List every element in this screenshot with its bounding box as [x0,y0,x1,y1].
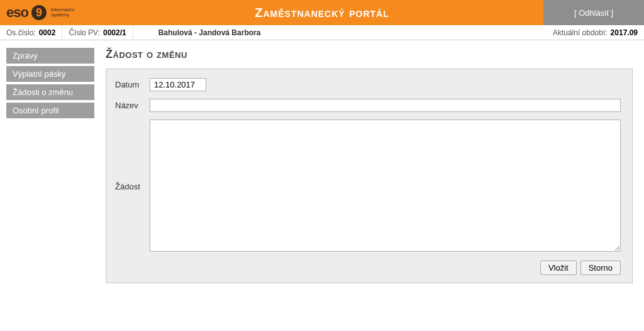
name-label: Název [115,99,150,110]
info-pv-label: Číslo PV: [69,28,100,37]
sidebar: Zprávy Výplatní pásky Žádosti o změnu Os… [0,40,101,331]
info-bar: Os.číslo: 0002 Číslo PV: 0002/1 Bahulová… [0,25,644,40]
sidebar-item-profile[interactable]: Osobní profil [6,103,94,118]
form-buttons: Vložit Storno [115,261,621,275]
info-pv: Číslo PV: 0002/1 [62,25,133,40]
top-bar: eso 9 informační systémy Zaměstnanecký p… [0,0,644,25]
info-osnum-label: Os.číslo: [6,28,36,37]
page-title: Žádost o změnu [106,48,633,61]
request-label: Žádost [115,120,150,252]
logo-text: eso [6,4,28,21]
info-osnum: Os.číslo: 0002 [0,25,62,40]
logo-nine-icon: 9 [31,5,47,20]
submit-button[interactable]: Vložit [540,261,577,275]
sidebar-item-requests[interactable]: Žádosti o změnu [6,84,94,100]
cancel-button[interactable]: Storno [580,261,621,275]
content-area: Žádost o změnu Datum Název Žádost Vložit… [101,40,644,331]
main-layout: Zprávy Výplatní pásky Žádosti o změnu Os… [0,40,644,331]
date-label: Datum [115,78,150,89]
sidebar-item-messages[interactable]: Zprávy [6,48,94,64]
info-osnum-value: 0002 [39,28,56,37]
info-period-label: Aktuální období: [553,28,608,37]
logo-caption: informační systémy [51,8,74,18]
info-pv-value: 0002/1 [103,28,126,37]
request-textarea[interactable] [150,120,621,252]
app-title: Zaměstnanecký portál [101,0,543,25]
app-shell: eso 9 informační systémy Zaměstnanecký p… [0,0,644,331]
logo-caption-line2: systémy [51,12,69,18]
app-logo: eso 9 informační systémy [0,0,101,25]
logout-button[interactable]: [ Odhlásit ] [543,0,644,25]
form-row-date: Datum [115,78,621,91]
info-period-value: 2017.09 [611,28,638,37]
date-input[interactable] [150,78,206,91]
name-input[interactable] [150,99,621,112]
sidebar-item-payslips[interactable]: Výplatní pásky [6,66,94,82]
form-row-request: Žádost [115,120,621,252]
info-period: Aktuální období: 2017.09 [547,25,644,40]
form-row-name: Název [115,99,621,112]
request-form: Datum Název Žádost Vložit Storno [106,69,633,283]
info-person-name: Bahulová - Jandová Barbora [133,25,286,40]
